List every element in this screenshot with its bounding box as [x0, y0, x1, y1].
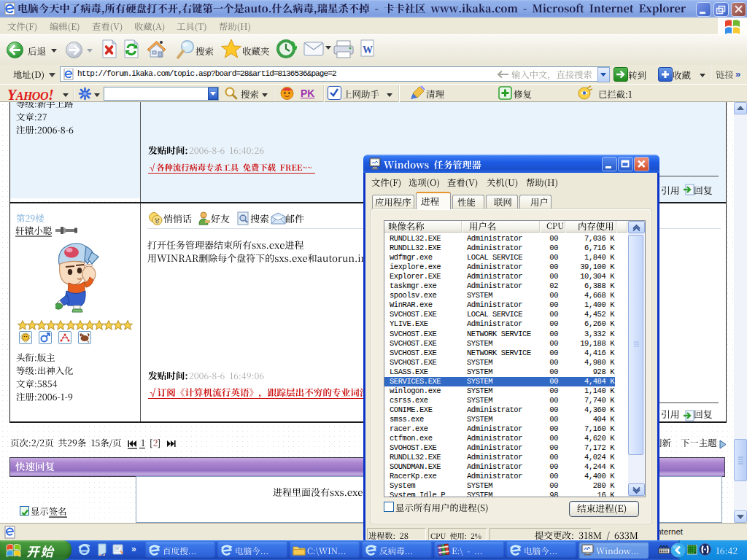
svg-text:W: W [363, 44, 373, 55]
